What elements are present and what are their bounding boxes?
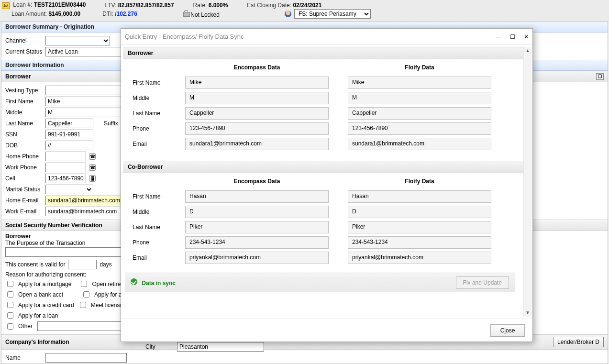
middle-label: Middle — [5, 109, 43, 116]
loan-number-label: Loan #: — [13, 1, 32, 8]
marital-label: Marital Status — [5, 186, 43, 193]
c-enc-firstname: Hasan — [185, 190, 329, 203]
ssn-field[interactable] — [45, 130, 93, 139]
col-encompass: Encompass Data — [185, 64, 329, 71]
b-flo-firstname: Mike — [348, 77, 491, 89]
vesting-label: Vesting Type — [5, 87, 43, 94]
c-enc-phone: 234-543-1234 — [185, 236, 329, 249]
chk-bank[interactable] — [7, 291, 13, 298]
dob-label: DOB — [5, 142, 43, 149]
loan-officer-select[interactable]: FS: Supree Periasamy — [294, 9, 371, 19]
close-icon[interactable]: ✕ — [524, 33, 529, 40]
fix-update-button[interactable]: Fix and Update — [456, 276, 509, 289]
dialog-scrollbar[interactable]: ▲ ▼ — [524, 47, 531, 317]
row-middle-label-2: Middle — [133, 206, 185, 221]
homephone-field[interactable] — [45, 152, 86, 161]
middle-field[interactable] — [45, 108, 127, 117]
row-firstname-label: First Name — [133, 77, 185, 92]
channel-label: Channel — [5, 37, 43, 44]
col-floify-2: Floify Data — [348, 178, 491, 185]
row-middle-label: Middle — [133, 92, 185, 107]
minimize-icon[interactable]: — — [496, 33, 501, 40]
purpose-field[interactable] — [5, 247, 122, 257]
dialog-titlebar: Quick Entry - Encompass/ Floify Data Syn… — [121, 29, 532, 45]
ssnv-header-text: Social Security Number Verification — [5, 222, 102, 229]
ssn-label: SSN — [5, 131, 43, 138]
c-flo-phone: 234-543-1234 — [348, 236, 491, 249]
row-phone-label: Phone — [133, 122, 185, 138]
b-enc-email: sundara1@brimmatech.com — [185, 138, 329, 150]
alert-badge-icon: 1st — [2, 2, 10, 9]
b-flo-middle: M — [348, 92, 491, 104]
chk-job[interactable] — [83, 291, 89, 298]
consent-days-field[interactable] — [68, 260, 97, 269]
loan-number-value: TEST2101EM03440 — [34, 1, 86, 8]
homeemail-label: Home E-mail — [5, 197, 43, 204]
homeemail-field[interactable] — [45, 196, 127, 205]
copy-icon[interactable]: ❐ — [596, 73, 604, 80]
check-ok-icon — [131, 278, 137, 285]
chk-credit[interactable] — [7, 302, 13, 308]
phone-icon[interactable]: ☎ — [89, 164, 96, 171]
col-encompass-2: Encompass Data — [185, 178, 329, 185]
chk-mortgage[interactable] — [7, 281, 13, 287]
lbl-loan: Apply for a loan — [18, 312, 58, 319]
other-field[interactable] — [37, 321, 123, 331]
scroll-down-icon[interactable]: ▼ — [524, 309, 531, 317]
b-enc-middle: M — [185, 92, 329, 104]
maximize-icon[interactable]: ☐ — [510, 33, 515, 40]
firstname-field[interactable] — [45, 97, 127, 106]
current-status-field[interactable] — [45, 47, 127, 56]
channel-select[interactable] — [45, 36, 110, 45]
lbl-mortgage: Apply for a mortgage — [18, 281, 71, 287]
cell-label: Cell — [5, 175, 43, 182]
row-firstname-label-2: First Name — [133, 190, 185, 206]
lock-icon — [183, 10, 189, 17]
dialog-body: Borrower Encompass Data Floify Data Firs… — [123, 47, 524, 317]
scroll-up-icon[interactable]: ▲ — [524, 47, 531, 55]
c-enc-lastname: Piker — [185, 221, 329, 233]
chk-loan[interactable] — [7, 312, 13, 319]
vesting-field[interactable] — [45, 86, 127, 95]
dob-field[interactable] — [45, 141, 93, 150]
lbl-other: Other — [18, 323, 33, 330]
ltv-label: LTV: — [105, 2, 116, 9]
sync-dialog: Quick Entry - Encompass/ Floify Data Syn… — [121, 28, 533, 342]
rate-value: 6.000% — [209, 2, 228, 9]
c-enc-middle: D — [185, 206, 329, 218]
b-enc-lastname: Cappeller — [185, 107, 329, 120]
chk-retirement[interactable] — [81, 281, 87, 287]
workemail-field[interactable] — [45, 207, 127, 216]
group-borrower-header: Borrower — [123, 47, 523, 59]
company-header-text: Company's Information — [5, 339, 69, 345]
c-flo-middle: D — [348, 206, 491, 218]
workemail-label: Work E-mail — [5, 208, 43, 215]
b-flo-email: sundara1@brimmatech.com — [348, 138, 491, 150]
consent-text-2: days — [100, 261, 111, 268]
rate-label: Rate: — [193, 2, 207, 9]
workphone-field[interactable] — [45, 163, 86, 172]
b-flo-phone: 123-456-7890 — [348, 122, 491, 135]
row-lastname-label-2: Last Name — [133, 221, 185, 236]
close-button[interactable]: Close — [490, 324, 525, 337]
amount-label: Loan Amount: — [11, 11, 47, 17]
r-city-field[interactable] — [177, 342, 264, 352]
row-email-label: Email — [133, 138, 185, 153]
col-floify: Floify Data — [348, 64, 491, 71]
c-flo-email: priyankal@brimmatech.com — [348, 252, 491, 264]
mobile-icon[interactable]: 📱 — [89, 175, 96, 182]
chk-license[interactable] — [80, 302, 86, 308]
homephone-label: Home Phone — [5, 153, 43, 160]
sync-status-text: Data in sync — [142, 280, 176, 287]
marital-select[interactable] — [45, 185, 93, 194]
closing-label: Est Closing Date: — [247, 2, 291, 9]
company-name-field[interactable] — [45, 353, 127, 363]
c-flo-lastname: Piker — [348, 221, 491, 233]
dti-label: DTI: — [102, 11, 113, 17]
lastname-field[interactable] — [45, 119, 93, 128]
lbl-credit: Apply for a credit card — [18, 302, 74, 309]
cell-field[interactable] — [45, 174, 86, 183]
chk-other[interactable] — [7, 323, 13, 330]
phone-icon[interactable]: ☎ — [89, 153, 96, 160]
lender-broker-button[interactable]: Lender/Broker D — [553, 337, 604, 347]
